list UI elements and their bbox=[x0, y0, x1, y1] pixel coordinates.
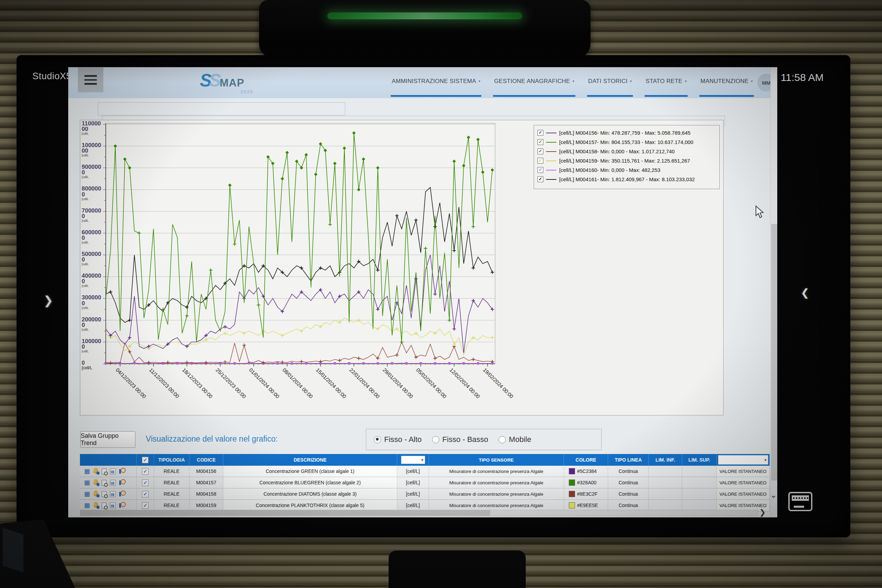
chevron-down-icon: ▾ bbox=[751, 79, 753, 83]
document-search-icon[interactable] bbox=[102, 468, 106, 474]
trend-chart-plot[interactable] bbox=[103, 123, 496, 368]
document-search-icon[interactable] bbox=[102, 502, 106, 508]
chart-report-icon[interactable] bbox=[110, 491, 116, 497]
unit-filter-select[interactable]: ▾ bbox=[401, 456, 425, 464]
cell-sensore: Misuratore di concentrazione presenza Al… bbox=[429, 466, 564, 477]
table-row-M004157[interactable]: ▦✓REALEM004157Concentrazione BLUEGREEN (… bbox=[80, 477, 770, 489]
x-tick-label: 05/02/2024 00:00 bbox=[415, 367, 448, 400]
nav-item-manutenzione[interactable]: MANUTENZIONE▾ bbox=[699, 67, 754, 97]
chart-report-icon[interactable] bbox=[110, 502, 116, 508]
legend-line-sample bbox=[546, 170, 556, 171]
col-codice: CODICE bbox=[189, 454, 223, 466]
table-row-M004158[interactable]: ▦✓REALEM004158Concentrazione DIATOMS (cl… bbox=[80, 489, 770, 500]
cell-codice: M004157 bbox=[189, 477, 223, 488]
legend-checkbox[interactable]: ✓ bbox=[537, 167, 543, 173]
hamburger-menu-button[interactable] bbox=[78, 68, 104, 92]
document-search-icon[interactable] bbox=[102, 491, 106, 497]
col-tipo-sensore: TIPO SENSORE bbox=[429, 454, 564, 466]
sensor-table: ✓TIPOLOGIACODICEDESCRIZIONE▾TIPO SENSORE… bbox=[80, 454, 770, 511]
radio-dot bbox=[432, 436, 439, 443]
grid-settings-icon[interactable]: ▦ bbox=[84, 491, 90, 497]
table-horizontal-scrollbar[interactable] bbox=[80, 510, 758, 516]
select-all-checkbox[interactable]: ✓ bbox=[142, 457, 148, 463]
row-checkbox[interactable]: ✓ bbox=[142, 491, 148, 497]
legend-line-sample bbox=[546, 160, 556, 161]
page-scroll-down-arrow[interactable]: ⌄ bbox=[770, 490, 777, 500]
x-tick-label: 25/12/2023 00:00 bbox=[214, 367, 248, 400]
radio-mobile[interactable]: Mobile bbox=[498, 435, 531, 444]
cell-colore: #328A00 bbox=[564, 477, 608, 488]
legend-checkbox[interactable]: ✓ bbox=[537, 130, 543, 136]
cell-lim-sup bbox=[682, 489, 717, 500]
logo-map: MAP bbox=[219, 77, 244, 89]
nav-item-stato-rete[interactable]: STATO RETE▾ bbox=[645, 67, 688, 97]
app-header: SSMAP 2020 AMMINISTRAZIONE SISTEMA▾GESTI… bbox=[68, 67, 770, 98]
grid-settings-icon[interactable]: ▦ bbox=[84, 502, 90, 508]
sismap-app-page: SSMAP 2020 AMMINISTRAZIONE SISTEMA▾GESTI… bbox=[68, 67, 777, 518]
x-tick-label: 01/01/2024 00:00 bbox=[248, 367, 281, 400]
keyboard-spacebar bbox=[794, 506, 804, 508]
x-tick-label: 04/12/2023 00:00 bbox=[115, 367, 147, 400]
legend-checkbox[interactable]: ✓ bbox=[537, 148, 543, 154]
legend-label: [cell/L] M004159- Min: 350.115,761 - Max… bbox=[559, 158, 690, 164]
data-coins-icon[interactable] bbox=[93, 492, 98, 496]
nav-item-gestione-anagrafiche[interactable]: GESTIONE ANAGRAFICHE▾ bbox=[493, 67, 575, 97]
vscrollbar-thumb[interactable] bbox=[771, 224, 777, 480]
document-search-icon[interactable] bbox=[102, 480, 106, 486]
cell-descrizione: Concentrazione BLUEGREEN (classe algale … bbox=[223, 477, 397, 488]
save-trend-group-button[interactable]: Salva Gruppo Trend bbox=[80, 431, 135, 448]
nav-item-dati-storici[interactable]: DATI STORICI▾ bbox=[587, 67, 633, 97]
col-check: ✓ bbox=[137, 454, 154, 466]
legend-line-sample bbox=[546, 151, 556, 152]
main-nav: AMMINISTRAZIONE SISTEMA▾GESTIONE ANAGRAF… bbox=[248, 67, 754, 97]
edge-arrow-left-icon[interactable]: ❮ bbox=[801, 286, 809, 298]
cell-lim-inf bbox=[649, 489, 682, 500]
color-swatch bbox=[569, 480, 575, 486]
data-coins-icon[interactable] bbox=[93, 469, 98, 474]
chevron-down-icon: ▾ bbox=[573, 79, 574, 83]
y-tick-label: 3000000[cell/L bbox=[82, 295, 102, 309]
edge-arrow-right-icon[interactable]: ❯ bbox=[44, 294, 53, 307]
row-checkbox[interactable]: ✓ bbox=[142, 480, 148, 486]
table-row-M004156[interactable]: ▦✓REALEM004156Concentrazione GREEN (clas… bbox=[80, 466, 770, 477]
table-header-row: ✓TIPOLOGIACODICEDESCRIZIONE▾TIPO SENSORE… bbox=[80, 454, 770, 466]
col-actions bbox=[80, 454, 137, 466]
cell-valore: VALORE ISTANTANEO bbox=[717, 477, 770, 488]
cell-sensore: Misuratore di concentrazione presenza Al… bbox=[429, 477, 564, 488]
y-tick-label: 7000000[cell/L bbox=[82, 208, 102, 222]
chart-report-icon[interactable] bbox=[110, 480, 116, 486]
grid-settings-icon[interactable]: ▦ bbox=[84, 480, 90, 485]
valore-filter-select[interactable]: ▾ bbox=[718, 455, 768, 465]
onscreen-keyboard-icon[interactable] bbox=[788, 492, 812, 511]
cell-lim-inf bbox=[649, 466, 682, 477]
grid-settings-icon[interactable]: ▦ bbox=[84, 468, 90, 474]
col-unit: ▾ bbox=[397, 454, 429, 466]
history-clock-icon[interactable] bbox=[119, 492, 121, 496]
row-checkbox[interactable]: ✓ bbox=[142, 502, 148, 509]
legend-label: [cell/L] M004160- Min: 0,000 - Max: 482,… bbox=[559, 167, 660, 173]
history-clock-icon[interactable] bbox=[119, 503, 121, 508]
radio-fisso-basso[interactable]: Fisso - Basso bbox=[432, 435, 488, 444]
cell-colore: #5C2384 bbox=[564, 466, 608, 477]
legend-checkbox[interactable]: ✓ bbox=[537, 176, 543, 182]
nav-item-amministrazione-sistema[interactable]: AMMINISTRAZIONE SISTEMA▾ bbox=[391, 67, 481, 97]
table-scroll-right-arrow[interactable]: ❯ bbox=[759, 508, 765, 517]
page-vertical-scrollbar[interactable] bbox=[770, 67, 777, 518]
hscrollbar-thumb[interactable] bbox=[80, 510, 490, 516]
legend-checkbox[interactable]: ✓ bbox=[537, 139, 543, 145]
cell-unit: [cell/L] bbox=[397, 489, 429, 500]
row-checkbox[interactable]: ✓ bbox=[142, 468, 148, 475]
data-coins-icon[interactable] bbox=[93, 480, 98, 485]
history-clock-icon[interactable] bbox=[119, 469, 121, 474]
legend-line-sample bbox=[546, 179, 556, 180]
chart-report-icon[interactable] bbox=[110, 468, 116, 474]
row-actions: ▦ bbox=[80, 489, 137, 500]
radio-fisso-alto[interactable]: Fisso - Alto bbox=[374, 435, 422, 444]
legend-checkbox[interactable]: ✓ bbox=[537, 158, 543, 164]
data-coins-icon[interactable] bbox=[93, 503, 98, 508]
cell-codice: M004158 bbox=[189, 489, 223, 500]
viz-mode-radio-group: Fisso - AltoFisso - BassoMobile bbox=[366, 429, 602, 450]
history-clock-icon[interactable] bbox=[119, 480, 121, 485]
cell-colore: #E9EE5E bbox=[564, 500, 608, 511]
cell-unit: [cell/L] bbox=[397, 466, 429, 477]
